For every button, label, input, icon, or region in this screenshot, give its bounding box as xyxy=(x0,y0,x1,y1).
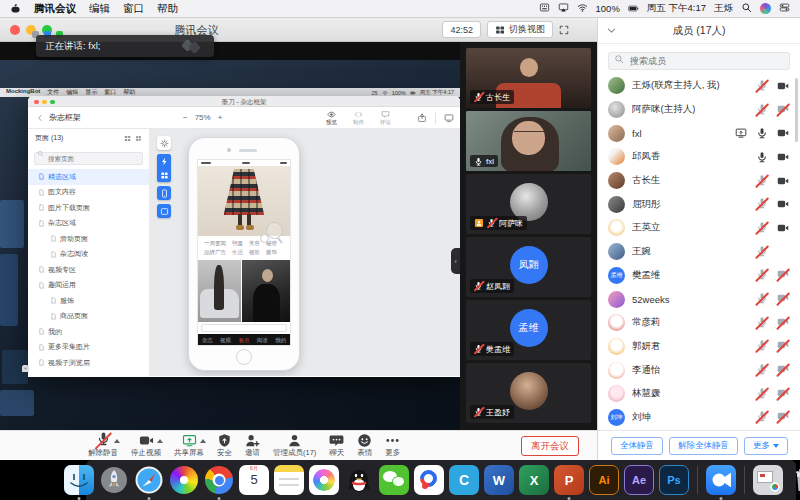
dock-item-chrome[interactable] xyxy=(204,465,234,495)
participant-name: 阿萨咪 xyxy=(499,218,523,229)
toolbar-icon-box xyxy=(245,433,260,448)
toolbar-解除静音[interactable]: 解除静音 xyxy=(88,433,118,458)
phone-device-button xyxy=(157,186,171,200)
member-row[interactable]: 王英立 xyxy=(598,216,800,240)
switch-view-button[interactable]: 切换视图 xyxy=(487,21,553,38)
siri-icon[interactable] xyxy=(760,3,771,14)
menubar-username[interactable]: 王烁 xyxy=(714,2,733,15)
camera-icon xyxy=(777,127,789,139)
page-label: 趣闻运用 xyxy=(48,280,76,290)
dock-item-safari[interactable] xyxy=(134,465,164,495)
member-row[interactable]: 常彦莉 xyxy=(598,311,800,335)
street-fashion-photo xyxy=(198,260,241,322)
dock-item-notes[interactable] xyxy=(274,465,304,495)
footer-button-全体静音[interactable]: 全体静音 xyxy=(611,437,663,455)
avatar: 刘坤 xyxy=(608,409,625,426)
members-scrollbar[interactable] xyxy=(795,78,798,142)
toolbar-管理成员(17)[interactable]: 管理成员(17) xyxy=(273,433,316,458)
member-name: 刘坤 xyxy=(632,411,651,424)
mockingbot-pages-sidebar: 页面 (13) 精选区域图文内容图片下载页面杂志区域滑动页面杂志阅读视 xyxy=(28,129,150,376)
dock-item-trash[interactable] xyxy=(788,465,800,495)
fullscreen-icon[interactable] xyxy=(559,25,569,35)
dock-item-finder[interactable] xyxy=(64,465,94,495)
safari-icon xyxy=(134,465,164,495)
video-tile-阿萨咪[interactable]: 阿萨咪 xyxy=(466,174,591,234)
dock-item-illustrator[interactable]: Ai xyxy=(589,465,619,495)
dock-item-cctalk[interactable]: C xyxy=(449,465,479,495)
video-tile-fxl[interactable]: fxl xyxy=(466,111,591,171)
toolbar-停止视频[interactable]: 停止视频 xyxy=(131,433,161,458)
dock-item-photoshop[interactable]: Ps xyxy=(659,465,689,495)
member-row[interactable]: 孟维樊孟维 xyxy=(598,264,800,288)
toolbar-更多[interactable]: 更多 xyxy=(385,433,400,458)
participant-name: 赵凤翾 xyxy=(486,281,510,292)
menubar-wifi[interactable] xyxy=(577,2,588,15)
menubar-datetime[interactable]: 周五 下午4:17 xyxy=(647,2,706,15)
eye-icon xyxy=(327,110,336,119)
member-row[interactable]: 李通怡 xyxy=(598,358,800,382)
member-row[interactable]: 屈玥彤 xyxy=(598,192,800,216)
page-doc-icon xyxy=(38,173,45,180)
control-center[interactable] xyxy=(779,2,790,15)
dock-item-calendar[interactable]: 6月5 xyxy=(239,465,269,495)
members-search-input[interactable] xyxy=(608,52,790,70)
spotlight[interactable] xyxy=(741,2,752,15)
menu-item-窗口[interactable]: 窗口 xyxy=(123,2,144,16)
dock-item-downloads[interactable] xyxy=(753,465,783,495)
video-tile-赵凤翾[interactable]: 凤翾赵凤翾 xyxy=(466,237,591,297)
footer-button-解除全体静音[interactable]: 解除全体静音 xyxy=(669,437,738,455)
page-doc-icon xyxy=(38,359,45,366)
menu-item-帮助[interactable]: 帮助 xyxy=(157,2,178,16)
menubar-airplay[interactable] xyxy=(558,2,569,15)
toolbar-label: 共享屏幕 xyxy=(174,448,204,458)
toolbar-共享屏幕[interactable]: 共享屏幕 xyxy=(174,433,204,458)
phone-tab-看点: 看点 xyxy=(238,337,249,344)
toolbar-表情[interactable]: 表情 xyxy=(357,433,372,458)
member-row[interactable]: 郭妍君 xyxy=(598,335,800,359)
menu-item-编辑[interactable]: 编辑 xyxy=(89,2,110,16)
app-letter: Ps xyxy=(660,474,688,486)
leave-meeting-button[interactable]: 离开会议 xyxy=(521,436,579,456)
member-row[interactable]: fxl xyxy=(598,121,800,145)
dock-item-qq[interactable] xyxy=(344,465,374,495)
dock-item-tencent-meeting[interactable] xyxy=(706,465,736,495)
dock-item-wechat[interactable] xyxy=(379,465,409,495)
member-row[interactable]: 王烁(联席主持人, 我) xyxy=(598,74,800,98)
toolbar-邀请[interactable]: 邀请 xyxy=(245,433,260,458)
dock-item-photos[interactable] xyxy=(309,465,339,495)
member-name: 屈玥彤 xyxy=(632,198,661,211)
member-row[interactable]: 古长生 xyxy=(598,169,800,193)
camera-slot-empty xyxy=(777,246,789,258)
footer-button-更多[interactable]: 更多 xyxy=(744,437,788,455)
preview-monitor-icon xyxy=(444,113,454,123)
member-row[interactable]: 阿萨咪(主持人) xyxy=(598,98,800,122)
dock-item-after-effects[interactable]: Ae xyxy=(624,465,654,495)
member-row[interactable]: 52weeks xyxy=(598,287,800,311)
dock-item-baidu-netdisk[interactable] xyxy=(414,465,444,495)
member-row[interactable]: 王婉 xyxy=(598,240,800,264)
member-row[interactable]: 邱凤香 xyxy=(598,145,800,169)
dock-item-word[interactable]: W xyxy=(484,465,514,495)
toolbar-安全[interactable]: 安全 xyxy=(217,433,232,458)
dock-item-excel[interactable]: X xyxy=(519,465,549,495)
dock-item-colorwheel[interactable] xyxy=(169,465,199,495)
mic-icon xyxy=(756,245,768,257)
menubar-keyboard[interactable] xyxy=(539,2,550,15)
video-strip-collapse-handle[interactable]: ‹ xyxy=(451,248,460,274)
camera-icon xyxy=(777,410,789,422)
dock-item-powerpoint[interactable]: P xyxy=(554,465,584,495)
chevron-down-icon[interactable] xyxy=(606,25,617,36)
nav-word: 视听 xyxy=(249,249,260,256)
video-label: 阿萨咪 xyxy=(470,216,527,230)
member-row[interactable]: 刘坤刘坤 xyxy=(598,406,800,430)
toolbar-聊天[interactable]: 聊天 xyxy=(329,433,344,458)
page-item: 图文内容 xyxy=(28,185,149,201)
dock-item-launchpad[interactable] xyxy=(99,465,129,495)
participant-name: 古长生 xyxy=(486,92,510,103)
video-tile-古长生[interactable]: 古长生 xyxy=(466,48,591,108)
member-row[interactable]: 林慧媛 xyxy=(598,382,800,406)
video-tile-王盈妤[interactable]: 王盈妤 xyxy=(466,363,591,423)
video-label: 赵凤翾 xyxy=(470,279,514,293)
video-tile-樊孟维[interactable]: 孟维樊孟维 xyxy=(466,300,591,360)
menu-item-腾讯会议[interactable]: 腾讯会议 xyxy=(34,2,76,16)
